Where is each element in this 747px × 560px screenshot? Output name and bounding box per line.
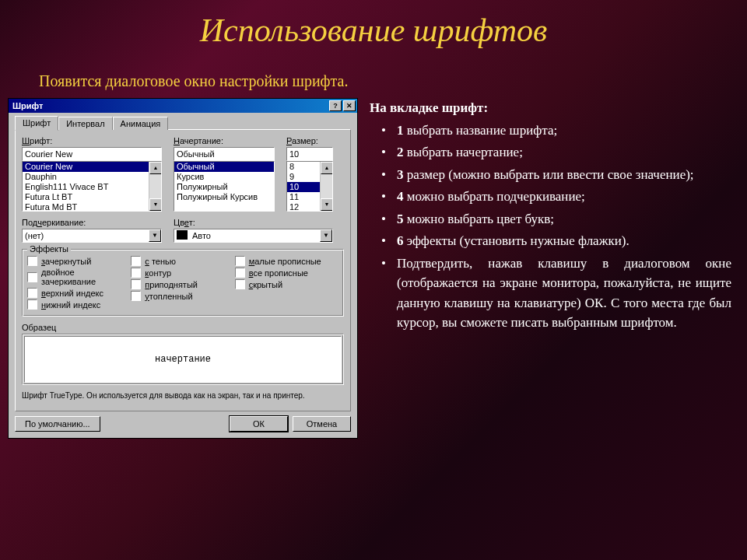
checkbox-label: все прописные — [249, 268, 308, 278]
dialog-title: Шрифт — [10, 101, 328, 110]
style-label: Начертание: — [174, 136, 275, 145]
list-item: 3 размер (можно выбрать или ввести свое … — [381, 165, 731, 185]
list-item[interactable]: Курсив — [174, 172, 274, 182]
list-item[interactable]: Dauphin — [23, 172, 161, 182]
scroll-down-icon[interactable]: ▼ — [321, 198, 333, 211]
font-input[interactable]: Courier New — [22, 147, 162, 161]
checkbox-icon[interactable] — [131, 291, 141, 301]
list-item[interactable]: Полужирный Курсив — [174, 192, 274, 202]
font-label: Шрифт: — [22, 136, 162, 145]
instructions-text: На вкладке шрифт: 1 выбрать название шри… — [370, 98, 731, 439]
checkbox-label: скрытый — [249, 280, 282, 289]
checkbox-icon[interactable] — [27, 272, 37, 282]
checkbox-icon[interactable] — [27, 299, 37, 310]
color-value: Авто — [190, 229, 320, 242]
sample-group: начертание — [22, 334, 344, 385]
scroll-up-icon[interactable]: ▲ — [321, 162, 333, 174]
tab-strip: Шрифт Интервал Анимация — [15, 117, 351, 130]
list-item: 6 эффекты (установить нужные флажки). — [381, 231, 731, 251]
color-label: Цвет: — [174, 218, 333, 227]
list-item[interactable]: Обычный — [174, 162, 274, 172]
checkbox-icon[interactable] — [235, 256, 245, 266]
effect-checkbox[interactable]: нижний индекс — [27, 299, 131, 310]
scrollbar[interactable]: ▲ ▼ — [320, 162, 332, 211]
effect-checkbox[interactable]: приподнятый — [131, 279, 234, 289]
checkbox-label: зачеркнутый — [41, 257, 91, 266]
checkbox-label: малые прописные — [249, 257, 321, 266]
list-item[interactable]: English111 Vivace BT — [23, 182, 161, 192]
size-input[interactable]: 10 — [286, 147, 333, 161]
font-dialog: Шрифт ? ✕ Шрифт Интервал Анимация Шрифт:… — [8, 98, 358, 439]
checkbox-label: нижний индекс — [41, 300, 100, 310]
list-item: 1 выбрать название шрифта; — [381, 121, 731, 141]
effect-checkbox[interactable]: с тенью — [131, 256, 234, 266]
checkbox-label: приподнятый — [145, 280, 198, 289]
scroll-down-icon[interactable]: ▼ — [149, 198, 162, 211]
effect-checkbox[interactable]: контур — [131, 268, 234, 278]
underline-value: (нет) — [23, 229, 149, 242]
checkbox-icon[interactable] — [131, 256, 141, 266]
checkbox-label: двойное зачеркивание — [41, 268, 131, 286]
checkbox-label: верхний индекс — [41, 289, 103, 298]
close-button[interactable]: ✕ — [343, 100, 356, 111]
checkbox-icon[interactable] — [27, 288, 37, 298]
underline-combo[interactable]: (нет) ▼ — [22, 229, 162, 243]
effect-checkbox[interactable]: все прописные — [235, 268, 338, 278]
checkbox-icon[interactable] — [27, 256, 37, 266]
tab-animation[interactable]: Анимация — [113, 117, 169, 130]
size-listbox[interactable]: 8 9 10 11 12 ▲ ▼ — [286, 161, 333, 212]
color-combo[interactable]: Авто ▼ — [174, 229, 333, 243]
style-input[interactable]: Обычный — [174, 147, 275, 161]
scroll-up-icon[interactable]: ▲ — [149, 162, 162, 174]
color-swatch-icon — [177, 230, 188, 240]
list-item[interactable]: Полужирный — [174, 182, 274, 192]
effect-checkbox[interactable]: двойное зачеркивание — [27, 268, 131, 286]
effect-checkbox[interactable]: малые прописные — [235, 256, 338, 266]
list-item: 2 выбрать начертание; — [381, 142, 731, 163]
slide-title: Использование шрифтов — [0, 0, 747, 49]
cancel-button[interactable]: Отмена — [293, 416, 351, 432]
chevron-down-icon[interactable]: ▼ — [320, 229, 332, 242]
effects-legend: Эффекты — [27, 244, 71, 254]
effects-group: Эффекты зачеркнутыйдвойное зачеркиваниев… — [22, 249, 344, 317]
list-item[interactable]: Futura Md BT — [23, 202, 161, 212]
confirm-text: Подтвердить, нажав клавишу в диалоговом … — [381, 254, 731, 333]
list-item[interactable]: Courier New — [23, 162, 161, 172]
list-item: 5 можно выбрать цвет букв; — [381, 209, 731, 229]
tab-spacing[interactable]: Интервал — [58, 117, 112, 130]
dialog-titlebar: Шрифт ? ✕ — [9, 99, 357, 113]
checkbox-icon[interactable] — [235, 279, 245, 289]
slide-subtitle: Появится диалоговое окно настройки шрифт… — [0, 49, 747, 98]
preview-area: начертание — [24, 336, 342, 383]
style-listbox[interactable]: Обычный Курсив Полужирный Полужирный Кур… — [174, 161, 275, 212]
effect-checkbox[interactable]: скрытый — [235, 279, 338, 289]
checkbox-label: с тенью — [145, 257, 176, 266]
scrollbar[interactable]: ▲ ▼ — [149, 162, 161, 211]
list-item[interactable]: Futura Lt BT — [23, 192, 161, 202]
chevron-down-icon[interactable]: ▼ — [149, 229, 161, 242]
checkbox-icon[interactable] — [131, 279, 141, 289]
instructions-heading: На вкладке шрифт: — [370, 98, 731, 118]
size-label: Размер: — [286, 136, 333, 145]
sample-label: Образец — [22, 323, 344, 332]
effect-checkbox[interactable]: утопленный — [131, 291, 234, 301]
checkbox-label: контур — [145, 268, 171, 278]
ok-button[interactable]: ОК — [230, 416, 288, 432]
help-button[interactable]: ? — [329, 100, 342, 111]
font-listbox[interactable]: Courier New Dauphin English111 Vivace BT… — [22, 161, 162, 212]
effect-checkbox[interactable]: зачеркнутый — [27, 256, 131, 266]
truetype-note: Шрифт TrueType. Он используется для выво… — [22, 391, 344, 400]
default-button[interactable]: По умолчанию... — [15, 416, 100, 432]
underline-label: Подчеркивание: — [22, 218, 162, 227]
list-item: 4 можно выбрать подчеркивание; — [381, 187, 731, 207]
checkbox-icon[interactable] — [235, 268, 245, 278]
effect-checkbox[interactable]: верхний индекс — [27, 288, 131, 298]
checkbox-icon[interactable] — [131, 268, 141, 278]
tab-font[interactable]: Шрифт — [15, 116, 58, 131]
checkbox-label: утопленный — [145, 292, 192, 301]
